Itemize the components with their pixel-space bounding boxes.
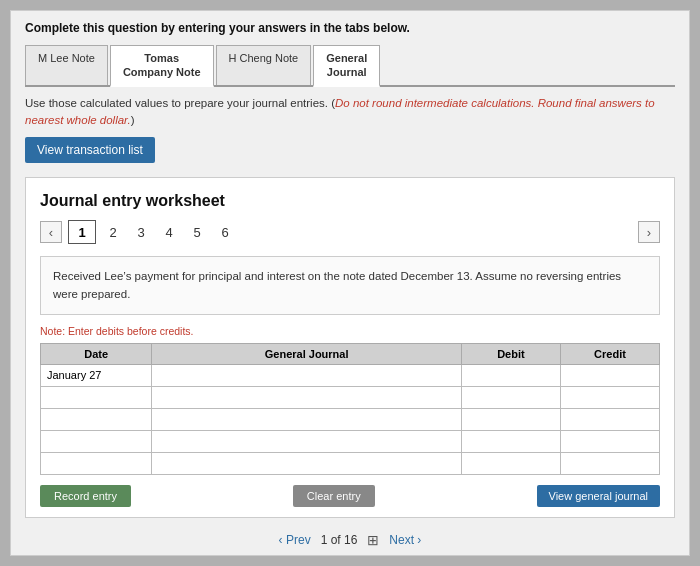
note-text: Use those calculated values to prepare y…	[25, 95, 675, 130]
credit-input-2[interactable]	[567, 391, 653, 403]
view-general-journal-btn[interactable]: View general journal	[537, 485, 660, 507]
tab-general-journal[interactable]: GeneralJournal	[313, 45, 380, 87]
journal-input-3[interactable]	[158, 413, 455, 425]
page-next-arrow[interactable]: ›	[638, 221, 660, 243]
description-box: Received Lee’s payment for principal and…	[40, 256, 660, 315]
table-row: January 27	[41, 364, 660, 386]
record-entry-btn[interactable]: Record entry	[40, 485, 131, 507]
th-date: Date	[41, 343, 152, 364]
worksheet-container: Journal entry worksheet ‹ 1 2 3 4 5 6 › …	[25, 177, 675, 518]
page-1[interactable]: 1	[68, 220, 96, 244]
table-row	[41, 430, 660, 452]
debit-input-1[interactable]	[468, 369, 554, 381]
note-before: Use those calculated values to prepare y…	[25, 97, 335, 109]
instruction-text: Complete this question by entering your …	[25, 21, 675, 35]
tab-m-lee[interactable]: M Lee Note	[25, 45, 108, 85]
th-debit: Debit	[461, 343, 560, 364]
clear-entry-btn[interactable]: Clear entry	[293, 485, 375, 507]
next-link[interactable]: Next ›	[389, 533, 421, 547]
debit-cell-4[interactable]	[461, 430, 560, 452]
view-transaction-btn[interactable]: View transaction list	[25, 137, 155, 163]
note-after: )	[131, 114, 135, 126]
page-2[interactable]: 2	[102, 220, 124, 244]
date-cell-5	[41, 452, 152, 474]
page-6[interactable]: 6	[214, 220, 236, 244]
credit-cell-4[interactable]	[560, 430, 659, 452]
footer-nav: ‹ Prev 1 of 16 ⊞ Next ›	[25, 532, 675, 548]
tabs-row: M Lee Note TomasCompany Note H Cheng Not…	[25, 45, 675, 87]
journal-cell-5[interactable]	[152, 452, 462, 474]
debit-cell-5[interactable]	[461, 452, 560, 474]
worksheet-title: Journal entry worksheet	[40, 192, 660, 210]
journal-cell-3[interactable]	[152, 408, 462, 430]
page-indicator: 1 of 16	[321, 533, 358, 547]
debit-input-5[interactable]	[468, 457, 554, 469]
table-row	[41, 408, 660, 430]
credit-input-3[interactable]	[567, 413, 653, 425]
date-cell-4	[41, 430, 152, 452]
prev-link[interactable]: ‹ Prev	[279, 533, 311, 547]
page-5[interactable]: 5	[186, 220, 208, 244]
credit-input-5[interactable]	[567, 457, 653, 469]
journal-table: Date General Journal Debit Credit Januar…	[40, 343, 660, 475]
journal-input-5[interactable]	[158, 457, 455, 469]
credit-input-4[interactable]	[567, 435, 653, 447]
credit-cell-5[interactable]	[560, 452, 659, 474]
tab-tomas[interactable]: TomasCompany Note	[110, 45, 214, 87]
debit-cell-3[interactable]	[461, 408, 560, 430]
journal-input-1[interactable]	[158, 369, 455, 381]
main-container: Complete this question by entering your …	[10, 10, 690, 556]
page-prev-arrow[interactable]: ‹	[40, 221, 62, 243]
credit-cell-3[interactable]	[560, 408, 659, 430]
th-credit: Credit	[560, 343, 659, 364]
journal-cell-4[interactable]	[152, 430, 462, 452]
date-cell-3	[41, 408, 152, 430]
date-cell-2	[41, 386, 152, 408]
credit-cell-2[interactable]	[560, 386, 659, 408]
tab-h-cheng[interactable]: H Cheng Note	[216, 45, 312, 85]
pagination-row: ‹ 1 2 3 4 5 6 ›	[40, 220, 660, 244]
page-4[interactable]: 4	[158, 220, 180, 244]
grid-icon[interactable]: ⊞	[367, 532, 379, 548]
journal-input-4[interactable]	[158, 435, 455, 447]
debit-input-2[interactable]	[468, 391, 554, 403]
credit-input-1[interactable]	[567, 369, 653, 381]
journal-cell-2[interactable]	[152, 386, 462, 408]
bottom-btns: Record entry Clear entry View general jo…	[40, 485, 660, 507]
debit-input-4[interactable]	[468, 435, 554, 447]
journal-input-2[interactable]	[158, 391, 455, 403]
debit-cell-1[interactable]	[461, 364, 560, 386]
table-row	[41, 452, 660, 474]
page-3[interactable]: 3	[130, 220, 152, 244]
debit-cell-2[interactable]	[461, 386, 560, 408]
th-general-journal: General Journal	[152, 343, 462, 364]
debit-input-3[interactable]	[468, 413, 554, 425]
note-small: Note: Enter debits before credits.	[40, 325, 660, 337]
table-row	[41, 386, 660, 408]
date-cell-1: January 27	[41, 364, 152, 386]
journal-cell-1[interactable]	[152, 364, 462, 386]
credit-cell-1[interactable]	[560, 364, 659, 386]
